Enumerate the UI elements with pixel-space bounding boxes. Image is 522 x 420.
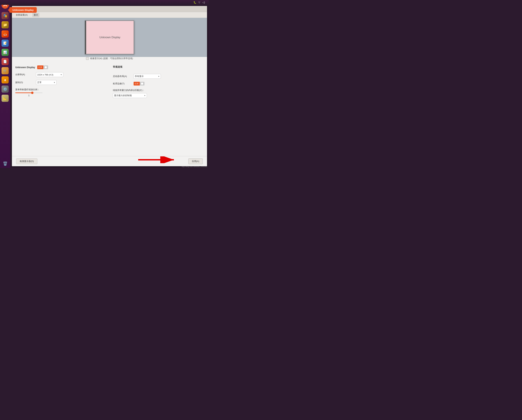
sticky-toggle[interactable]: 打开 xyxy=(134,82,145,85)
scale-content-value: 显示最大的控制项 xyxy=(114,94,143,97)
launcher-select[interactable]: 所有显示 ▼ xyxy=(134,74,161,79)
watermark: https://blog.csdn.net/weibo_41552491 xyxy=(182,166,207,168)
menu-scale-label: 菜单和标题栏缩放比例： xyxy=(15,88,40,91)
impress-icon: 📑 xyxy=(1,58,9,65)
settings-icon: ⚙️ xyxy=(1,85,9,93)
window-bottom-bar: 检测显示器(D) 应用(A) xyxy=(12,156,207,166)
toggle-on-label: 打开 xyxy=(37,65,43,69)
display-settings-window: ✕ 显示 全部设置(A) 显示 Unknown Display 镜像显示(M) … xyxy=(12,6,207,166)
mirror-display-row: 镜像显示(M) (提醒：可能会限制分辨率选项) xyxy=(12,57,207,60)
volume-icon: ◁) xyxy=(202,1,205,4)
sticky-toggle-thumb xyxy=(140,82,145,85)
menu-display[interactable]: 显示 xyxy=(32,13,39,17)
firefox-icon: 🦊 xyxy=(1,31,9,38)
slider-fill xyxy=(15,92,32,93)
rotation-label: 旋转(O) xyxy=(15,81,34,84)
calc-icon: 📊 xyxy=(1,49,9,56)
rotation-value: 正常 xyxy=(37,81,53,84)
sidebar-item-settings[interactable]: ⚙️ xyxy=(1,85,9,93)
software-icon: 🛒 xyxy=(1,67,9,74)
rotation-row: 旋转(O) 正常 ▼ xyxy=(15,80,106,85)
mirror-label: 镜像显示(M) (提醒：可能会限制分辨率选项) xyxy=(90,57,133,60)
launcher-dropdown-arrow: ▼ xyxy=(158,76,160,77)
menu-all-settings[interactable]: 全部设置(A) xyxy=(15,13,29,17)
display-name-row: Unknown Display 打开 xyxy=(15,65,106,69)
detect-monitors-button[interactable]: 检测显示器(D) xyxy=(16,158,37,164)
display-toggle[interactable]: 打开 xyxy=(37,65,48,69)
slider-thumb[interactable] xyxy=(31,92,33,94)
scale-content-select[interactable]: 显示最大的控制项 ▼ xyxy=(113,93,147,98)
general-options-header: 常规选项 xyxy=(113,65,204,71)
menu-scale-slider-track xyxy=(15,92,43,93)
display-name-label: Unknown Display xyxy=(15,66,35,69)
sidebar-item-files[interactable]: 📁 xyxy=(1,21,9,29)
system-topbar: 🐛 ▽ ◁) xyxy=(0,0,209,5)
window-menu-bar: 全部设置(A) 显示 xyxy=(12,12,207,18)
launcher-layout-row: 启动器布局(A) 所有显示 ▼ xyxy=(113,74,204,79)
sidebar-item-software[interactable]: 🛒 xyxy=(1,67,9,75)
files-icon: 📁 xyxy=(1,21,9,28)
sticky-label: 粘滞边缘(T) xyxy=(113,82,131,85)
writer-icon: 📝 xyxy=(1,40,9,47)
sidebar-item-ruler[interactable]: 📐 xyxy=(1,94,9,102)
left-settings-column: Unknown Display 打开 分辨率(R) 1024 x 768 (4:… xyxy=(12,64,109,103)
resolution-label: 分辨率(R) xyxy=(15,73,34,76)
unknown-app-icon: 🎭 xyxy=(1,12,9,19)
monitor-label: Unknown Display xyxy=(100,36,121,39)
sidebar-item-amazon[interactable]: a xyxy=(1,76,9,84)
window-titlebar: ✕ 显示 xyxy=(12,6,207,12)
right-settings-column: 常规选项 启动器布局(A) 所有显示 ▼ 粘滞边缘(T) 打开 xyxy=(109,64,207,103)
scale-dropdown-arrow: ▼ xyxy=(144,95,146,97)
sidebar-item-impress[interactable]: 📑 xyxy=(1,57,9,66)
launcher-label: 启动器布局(A) xyxy=(113,75,131,78)
sticky-on-label: 打开 xyxy=(134,82,140,85)
toggle-thumb xyxy=(43,65,48,69)
launcher-value: 所有显示 xyxy=(135,75,157,78)
menu-scale-slider-container: 1 xyxy=(15,92,106,97)
ruler-icon: 📐 xyxy=(1,95,9,102)
application-sidebar: 🎭 📁 🦊 📝 📊 📑 🛒 a ⚙️ xyxy=(0,0,10,168)
sticky-toggle-circle xyxy=(141,82,144,85)
sidebar-item-trash[interactable]: 🗑️ xyxy=(1,160,9,168)
sidebar-item-writer[interactable]: 📝 xyxy=(1,39,9,47)
trash-icon: 🗑️ xyxy=(1,160,9,167)
sidebar-item-unknown-app[interactable]: 🎭 xyxy=(1,11,9,20)
resolution-value: 1024 x 768 (4:3) xyxy=(37,73,59,76)
scale-dropdown-row: 显示最大的控制项 ▼ xyxy=(113,93,204,98)
display-preview-area: Unknown Display xyxy=(12,18,207,57)
bug-icon: 🐛 xyxy=(193,1,196,4)
resolution-select[interactable]: 1024 x 768 (4:3) ▼ xyxy=(36,72,63,77)
general-options-title: 常规选项 xyxy=(113,65,122,69)
wifi-icon: ▽ xyxy=(198,1,200,4)
display-monitor-preview[interactable]: Unknown Display xyxy=(85,20,134,54)
amazon-icon: a xyxy=(1,76,9,84)
sidebar-item-firefox[interactable]: 🦊 xyxy=(1,30,9,38)
slider-value: 1 xyxy=(15,94,43,97)
settings-grid: Unknown Display 打开 分辨率(R) 1024 x 768 (4:… xyxy=(12,64,207,103)
sidebar-item-calc[interactable]: 📊 xyxy=(1,48,9,57)
rotation-select[interactable]: 正常 ▼ xyxy=(36,80,56,85)
apply-button[interactable]: 应用(A) xyxy=(188,158,203,164)
unknown-display-tooltip: Unknown Display xyxy=(9,7,37,13)
scale-content-label: 缩放所有窗口的内容以匹配(C)： xyxy=(113,89,145,92)
toggle-circle xyxy=(44,66,47,69)
resolution-dropdown-arrow: ▼ xyxy=(60,74,62,76)
sticky-edge-row: 粘滞边缘(T) 打开 xyxy=(113,82,204,85)
rotation-dropdown-arrow: ▼ xyxy=(54,82,55,84)
mirror-checkbox[interactable] xyxy=(86,57,89,60)
resolution-row: 分辨率(R) 1024 x 768 (4:3) ▼ xyxy=(15,72,106,77)
